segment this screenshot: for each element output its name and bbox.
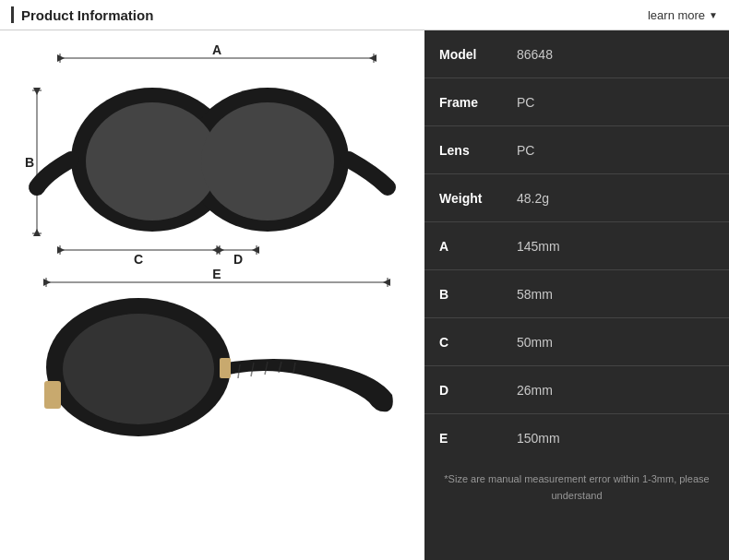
spec-key-c: C [424, 335, 517, 350]
top-view-diagram: A B [18, 40, 406, 266]
spec-row: LensPC [424, 126, 729, 174]
svg-marker-26 [217, 246, 224, 254]
measurement-note: *Size are manual measurement error withi… [424, 462, 729, 513]
spec-row: C50mm [424, 318, 729, 366]
spec-row: D26mm [424, 366, 729, 414]
spec-table: Model86648FramePCLensPCWeight48.2gA145mm… [424, 30, 729, 462]
spec-value-model: 86648 [517, 47, 729, 62]
dropdown-arrow-icon: ▼ [709, 10, 718, 20]
page-title: Product Information [21, 7, 153, 23]
spec-key-d: D [424, 383, 517, 398]
spec-value-lens: PC [517, 143, 729, 158]
page-header: Product Information learn more ▼ [0, 0, 729, 30]
spec-key-a: A [424, 239, 517, 254]
svg-text:A: A [212, 42, 221, 57]
spec-value-frame: PC [517, 95, 729, 110]
svg-marker-4 [369, 54, 376, 62]
svg-text:C: C [134, 252, 143, 266]
svg-marker-20 [57, 246, 65, 254]
learn-more-button[interactable]: learn more ▼ [648, 8, 718, 22]
spec-key-lens: Lens [424, 143, 517, 158]
svg-text:E: E [212, 267, 221, 281]
svg-rect-37 [44, 381, 61, 409]
svg-marker-10 [33, 229, 41, 236]
spec-row: B58mm [424, 270, 729, 318]
spec-row: E150mm [424, 414, 729, 462]
title-container: Product Information [11, 6, 153, 23]
spec-value-e: 150mm [517, 431, 729, 446]
svg-marker-33 [383, 279, 390, 286]
spec-key-frame: Frame [424, 95, 517, 110]
svg-marker-27 [252, 246, 259, 254]
svg-point-36 [63, 314, 214, 424]
spec-row: Weight48.2g [424, 174, 729, 222]
title-bar-accent [11, 6, 14, 23]
svg-point-16 [201, 102, 334, 220]
spec-key-weight: Weight [424, 191, 517, 206]
svg-rect-43 [220, 358, 231, 378]
spec-value-a: 145mm [517, 239, 729, 254]
learn-more-label: learn more [648, 8, 705, 22]
svg-point-15 [86, 102, 219, 220]
spec-value-weight: 48.2g [517, 191, 729, 206]
spec-value-c: 50mm [517, 335, 729, 350]
main-content: A B [0, 30, 729, 560]
spec-row: A145mm [424, 222, 729, 270]
svg-text:B: B [25, 155, 34, 170]
spec-value-d: 26mm [517, 383, 729, 398]
svg-text:D: D [233, 252, 243, 266]
svg-marker-9 [33, 88, 41, 95]
spec-value-b: 58mm [517, 287, 729, 302]
spec-key-b: B [424, 287, 517, 302]
svg-marker-3 [57, 54, 65, 62]
spec-row: FramePC [424, 78, 729, 126]
spec-key-e: E [424, 431, 517, 446]
spec-row: Model86648 [424, 30, 729, 78]
svg-marker-32 [43, 279, 51, 286]
product-diagrams-panel: A B [0, 30, 424, 560]
spec-panel: Model86648FramePCLensPCWeight48.2gA145mm… [424, 30, 729, 560]
spec-key-model: Model [424, 47, 517, 62]
side-view-diagram: E [18, 266, 406, 450]
